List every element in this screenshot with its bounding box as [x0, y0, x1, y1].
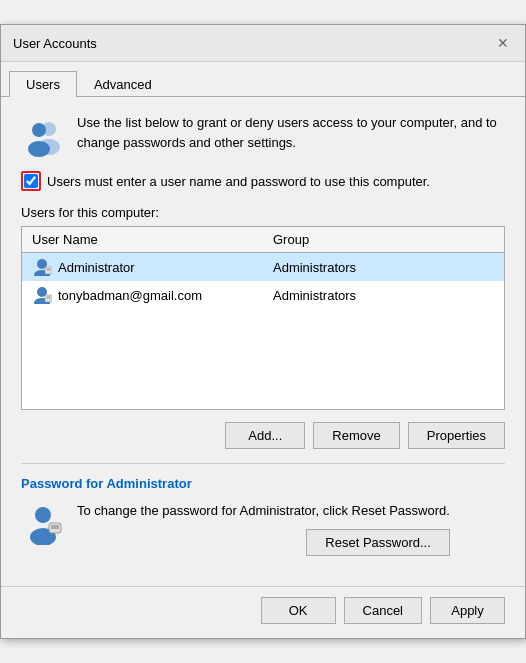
user-accounts-window: User Accounts ✕ Users Advanced	[0, 24, 526, 639]
require-login-checkbox[interactable]	[24, 174, 38, 188]
ok-button[interactable]: OK	[261, 597, 336, 624]
user-action-buttons: Add... Remove Properties	[21, 422, 505, 449]
svg-point-3	[28, 141, 50, 157]
table-row[interactable]: tonybadman@gmail.com Administrators	[22, 281, 504, 309]
password-description: To change the password for Administrator…	[77, 501, 450, 521]
info-section: Use the list below to grant or deny user…	[21, 113, 505, 157]
col-group: Group	[263, 227, 504, 253]
properties-button[interactable]: Properties	[408, 422, 505, 449]
user-icon-administrator	[32, 258, 52, 276]
password-section-title: Password for Administrator	[21, 476, 505, 491]
checkbox-row: Users must enter a user name and passwor…	[21, 171, 505, 191]
footer: OK Cancel Apply	[1, 586, 525, 638]
password-inner: To change the password for Administrator…	[21, 501, 505, 556]
tab-advanced[interactable]: Advanced	[77, 71, 169, 97]
apply-button[interactable]: Apply	[430, 597, 505, 624]
group-tonybadman: Administrators	[263, 281, 504, 309]
checkbox-highlight	[21, 171, 41, 191]
svg-point-12	[35, 507, 51, 523]
info-description: Use the list below to grant or deny user…	[77, 113, 505, 152]
users-section-label: Users for this computer:	[21, 205, 505, 220]
user-icon-tonybadman	[32, 286, 52, 304]
password-info: To change the password for Administrator…	[77, 501, 450, 556]
reset-password-button[interactable]: Reset Password...	[306, 529, 450, 556]
password-user-icon	[21, 501, 65, 545]
add-button[interactable]: Add...	[225, 422, 305, 449]
username-tonybadman: tonybadman@gmail.com	[58, 288, 202, 303]
svg-point-2	[32, 123, 46, 137]
username-administrator: Administrator	[58, 260, 135, 275]
window-title: User Accounts	[13, 36, 97, 51]
users-table-container: User Name Group	[21, 226, 505, 410]
close-button[interactable]: ✕	[493, 33, 513, 53]
svg-rect-7	[47, 269, 51, 271]
users-table: User Name Group	[22, 227, 504, 409]
password-section: Password for Administrator To change the…	[21, 463, 505, 556]
users-section: Users for this computer: User Name Group	[21, 205, 505, 410]
tab-users[interactable]: Users	[9, 71, 77, 97]
checkbox-label[interactable]: Users must enter a user name and passwor…	[47, 174, 430, 189]
col-username: User Name	[22, 227, 263, 253]
users-icon	[21, 113, 65, 157]
title-bar: User Accounts ✕	[1, 25, 525, 62]
tab-bar: Users Advanced	[1, 66, 525, 97]
remove-button[interactable]: Remove	[313, 422, 399, 449]
cancel-button[interactable]: Cancel	[344, 597, 422, 624]
table-row[interactable]: Administrator Administrators	[22, 253, 504, 282]
empty-row	[22, 309, 504, 409]
group-administrator: Administrators	[263, 253, 504, 282]
main-content: Use the list below to grant or deny user…	[1, 97, 525, 586]
svg-rect-15	[51, 525, 59, 529]
svg-rect-11	[47, 297, 51, 299]
